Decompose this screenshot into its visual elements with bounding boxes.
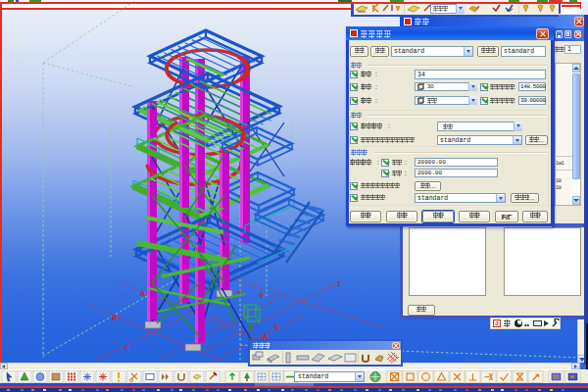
svg-text:1: 1 <box>337 279 341 288</box>
svg-text:0: 0 <box>274 322 278 331</box>
svg-text:0: 0 <box>260 291 264 300</box>
svg-text:A: A <box>140 289 146 298</box>
svg-text:1: 1 <box>237 289 241 298</box>
svg-text:B: B <box>112 313 118 321</box>
svg-text:2: 2 <box>124 343 128 352</box>
